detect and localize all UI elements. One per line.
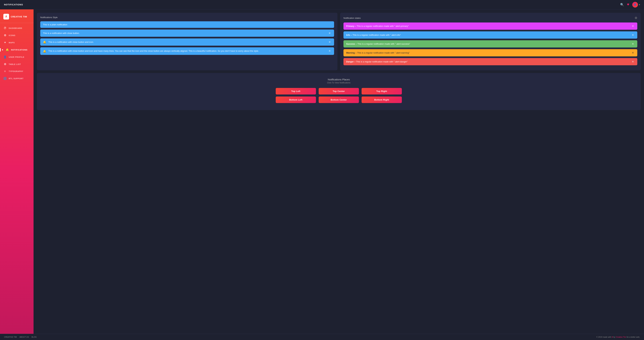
notification-states-card: Notification states ⚙ Primary – This is … <box>340 13 641 70</box>
danger-text: This is a regular notification made with… <box>356 60 408 63</box>
icons-icon: ⚙ <box>3 34 7 37</box>
notifications-style-card: Notifications Style This is a plain noti… <box>37 13 338 70</box>
typography-icon: ≡ <box>3 70 7 73</box>
notifications-places-card: Notifications Places Click To View Notif… <box>37 73 641 110</box>
sidebar: A CREATIVE TIM ⏱ DASHBOARD ⚙ ICONS ✦ MAP… <box>0 10 34 334</box>
primary-text: This is a regular notification made with… <box>357 25 409 27</box>
bottom-left-button[interactable]: Bottom Left <box>276 97 316 103</box>
page-title: NOTIFICATIONS <box>4 3 23 6</box>
sidebar-label-rtl-support: RTL SUPPORT <box>9 78 24 80</box>
close-btn-warning[interactable]: ✕ <box>631 51 634 54</box>
topnav: NOTIFICATIONS 🔍 ♥̈ 👤 ▾ <box>0 0 644 10</box>
sidebar-brand: A CREATIVE TIM <box>0 11 34 23</box>
clock-icon: ⏱ <box>3 27 7 30</box>
close-btn-success[interactable]: ✕ <box>631 42 634 46</box>
close-btn-danger[interactable]: ✕ <box>631 60 634 63</box>
sidebar-label-user-profile: USER PROFILE <box>9 56 24 58</box>
search-icon[interactable]: 🔍 <box>620 3 624 7</box>
bottom-right-button[interactable]: Bottom Right <box>362 97 402 103</box>
maps-icon: ✦ <box>3 41 7 44</box>
bottom-center-button[interactable]: Bottom Center <box>319 97 359 103</box>
states-card-header: Notification states ⚙ <box>344 16 637 20</box>
activity-icon[interactable]: ♥̈ <box>627 3 629 6</box>
notif-warning: Warning – This is a regular notification… <box>344 49 637 56</box>
warning-text: This is a regular notification made with… <box>357 52 410 54</box>
sidebar-label-dashboard: DASHBOARD <box>9 27 22 29</box>
sidebar-label-table-list: TABLE LIST <box>9 63 21 65</box>
app-body: A CREATIVE TIM ⏱ DASHBOARD ⚙ ICONS ✦ MAP… <box>0 10 644 334</box>
gear-button[interactable]: ⚙ <box>634 16 637 20</box>
heart-icon: ♥ <box>612 336 613 338</box>
close-btn-2[interactable]: ✕ <box>328 41 332 44</box>
notif-multiline: 🔔 This is a notification with close butt… <box>40 47 334 55</box>
notif-primary: Primary – This is a regular notification… <box>344 23 637 30</box>
footer-link-blog[interactable]: BLOG <box>32 336 37 338</box>
top-center-button[interactable]: Top Center <box>319 88 359 95</box>
success-text: This is a regular notification made with… <box>358 43 410 45</box>
bell-icon-1: 🔔 <box>43 41 46 44</box>
table-icon: ⚙ <box>3 63 7 66</box>
notifications-style-title: Notifications Style <box>40 16 334 19</box>
footer-right: © 2019 made with ♥ by Creative Tim for a… <box>596 336 640 338</box>
primary-label: Primary – <box>346 25 356 27</box>
avatar: 👤 <box>632 2 638 8</box>
notification-states-title: Notification states <box>344 17 361 19</box>
sidebar-item-maps[interactable]: ✦ MAPS <box>0 39 34 46</box>
top-right-button[interactable]: Top Right <box>362 88 402 95</box>
sidebar-item-icons[interactable]: ⚙ ICONS <box>0 32 34 39</box>
sidebar-item-table-list[interactable]: ⚙ TABLE LIST <box>0 61 34 68</box>
notif-with-close: This is a notification with close button… <box>40 30 334 37</box>
brand-logo: A <box>3 14 9 20</box>
sidebar-item-typography[interactable]: ≡ TYPOGRAPHY <box>0 68 34 75</box>
sidebar-item-notifications[interactable]: 🔔 NOTIFICATIONS <box>0 46 34 53</box>
sidebar-label-maps: MAPS <box>9 42 15 44</box>
footer-creative-tim-link[interactable]: Creative Tim <box>616 336 626 338</box>
rtl-icon: 🌐 <box>3 77 7 80</box>
sidebar-label-icons: ICONS <box>9 35 16 37</box>
bell-icon-2: 🔔 <box>43 50 46 53</box>
cards-row-top: Notifications Style This is a plain noti… <box>37 13 641 70</box>
sidebar-label-notifications: NOTIFICATIONS <box>11 49 28 51</box>
avatar-chevron: ▾ <box>639 4 640 6</box>
notif-success: Success – This is a regular notification… <box>344 40 637 48</box>
notif-info: Info – This is a regular notification ma… <box>344 31 637 39</box>
close-btn-1[interactable]: ✕ <box>328 32 332 35</box>
sidebar-item-user-profile[interactable]: 👤 USER PROFILE <box>0 53 34 61</box>
avatar-wrapper[interactable]: 👤 ▾ <box>632 2 640 8</box>
sidebar-item-rtl-support[interactable]: 🌐 RTL SUPPORT <box>0 75 34 82</box>
notif-with-icon: 🔔 This is a notification with close butt… <box>40 39 334 46</box>
sidebar-label-typography: TYPOGRAPHY <box>9 70 23 72</box>
main-content: Notifications Style This is a plain noti… <box>34 10 644 334</box>
info-label: Info – <box>346 34 352 36</box>
sidebar-nav: ⏱ DASHBOARD ⚙ ICONS ✦ MAPS 🔔 NOTIFICATIO… <box>0 23 34 334</box>
notif-danger: Danger – This is a regular notification … <box>344 58 637 65</box>
footer-link-creative-tim[interactable]: CREATIVE TIM <box>4 336 17 338</box>
footer-links: CREATIVE TIM ABOUT US BLOG <box>4 336 37 338</box>
active-dot <box>2 49 3 50</box>
footer: CREATIVE TIM ABOUT US BLOG © 2019 made w… <box>0 334 644 340</box>
close-btn-3[interactable]: ✕ <box>328 49 332 53</box>
user-icon: 👤 <box>3 55 7 59</box>
close-btn-info[interactable]: ✕ <box>631 33 634 37</box>
bell-sidebar-icon: 🔔 <box>6 48 9 51</box>
places-buttons-row2: Bottom Left Bottom Center Bottom Right <box>40 97 637 103</box>
footer-link-about-us[interactable]: ABOUT US <box>20 336 29 338</box>
sidebar-item-dashboard[interactable]: ⏱ DASHBOARD <box>0 25 34 32</box>
danger-label: Danger – <box>346 60 356 63</box>
info-text: This is a regular notification made with… <box>352 34 401 36</box>
places-buttons-row1: Top Left Top Center Top Right <box>40 88 637 95</box>
places-title: Notifications Places <box>40 78 637 81</box>
close-btn-primary[interactable]: ✕ <box>631 25 634 28</box>
warning-label: Warning – <box>346 52 356 54</box>
notif-plain: This is a plain notification <box>40 21 334 28</box>
top-left-button[interactable]: Top Left <box>276 88 316 95</box>
topnav-right: 🔍 ♥̈ 👤 ▾ <box>620 2 640 8</box>
brand-name: CREATIVE TIM <box>11 16 27 18</box>
places-subtitle: Click To View Notifications <box>40 82 637 84</box>
success-label: Success – <box>346 43 357 45</box>
